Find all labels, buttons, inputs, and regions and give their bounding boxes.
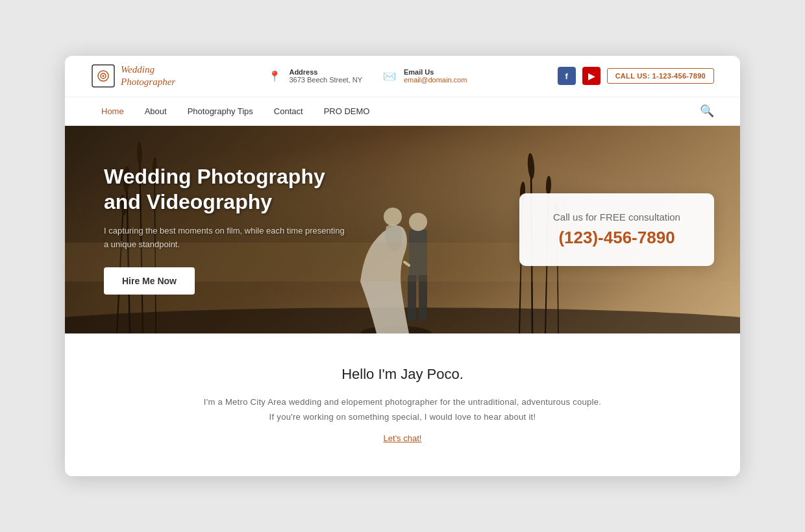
- call-button[interactable]: CALL US: 1-123-456-7890: [607, 68, 714, 84]
- facebook-button[interactable]: f: [558, 67, 576, 85]
- hero-title: Wedding Photography and Videography: [104, 164, 351, 214]
- nav-photography-tips[interactable]: Photography Tips: [177, 97, 264, 125]
- browser-window: Wedding Photographer 📍 Address 3673 Beec…: [65, 56, 740, 477]
- email-info: ✉️ Email Us email@domain.com: [380, 67, 467, 85]
- nav-pro-demo[interactable]: PRO DEMO: [314, 97, 380, 125]
- address-info: 📍 Address 3673 Beech Street, NY: [266, 67, 362, 85]
- consultation-card: Call us for FREE consultation (123)-456-…: [519, 193, 714, 266]
- consult-phone: (123)-456-7890: [545, 228, 688, 248]
- hero-section: Wedding Photography and Videography I ca…: [65, 126, 740, 333]
- header-right: f ▶ CALL US: 1-123-456-7890: [558, 67, 714, 85]
- nav-contact[interactable]: Contact: [264, 97, 314, 125]
- hire-me-button[interactable]: Hire Me Now: [104, 267, 195, 295]
- about-text: I'm a Metro City Area wedding and elopem…: [201, 394, 604, 425]
- nav-links: Home About Photography Tips Contact PRO …: [91, 97, 380, 125]
- header-info-group: 📍 Address 3673 Beech Street, NY ✉️ Email…: [266, 67, 467, 85]
- hero-content: Wedding Photography and Videography I ca…: [65, 138, 390, 320]
- nav-about[interactable]: About: [134, 97, 177, 125]
- lets-chat-link[interactable]: Let's chat!: [384, 433, 422, 443]
- nav-home[interactable]: Home: [91, 97, 134, 125]
- main-nav: Home About Photography Tips Contact PRO …: [65, 97, 740, 126]
- search-icon[interactable]: 🔍: [700, 104, 714, 118]
- about-title: Hello I'm Jay Poco.: [91, 366, 714, 383]
- youtube-button[interactable]: ▶: [582, 67, 601, 85]
- site-header: Wedding Photographer 📍 Address 3673 Beec…: [65, 56, 740, 97]
- location-icon: 📍: [266, 67, 284, 85]
- email-value: email@domain.com: [404, 76, 467, 84]
- address-label: Address: [289, 68, 362, 76]
- about-section: Hello I'm Jay Poco. I'm a Metro City Are…: [65, 333, 740, 477]
- logo[interactable]: Wedding Photographer: [91, 64, 175, 89]
- email-icon: ✉️: [380, 67, 399, 85]
- hero-subtitle: I capturing the best moments on film, wh…: [104, 224, 351, 252]
- logo-text: Wedding Photographer: [121, 64, 175, 89]
- consult-label: Call us for FREE consultation: [545, 212, 688, 223]
- logo-icon: [91, 64, 116, 88]
- svg-point-3: [103, 75, 105, 77]
- address-value: 3673 Beech Street, NY: [289, 76, 362, 84]
- email-label: Email Us: [404, 68, 467, 76]
